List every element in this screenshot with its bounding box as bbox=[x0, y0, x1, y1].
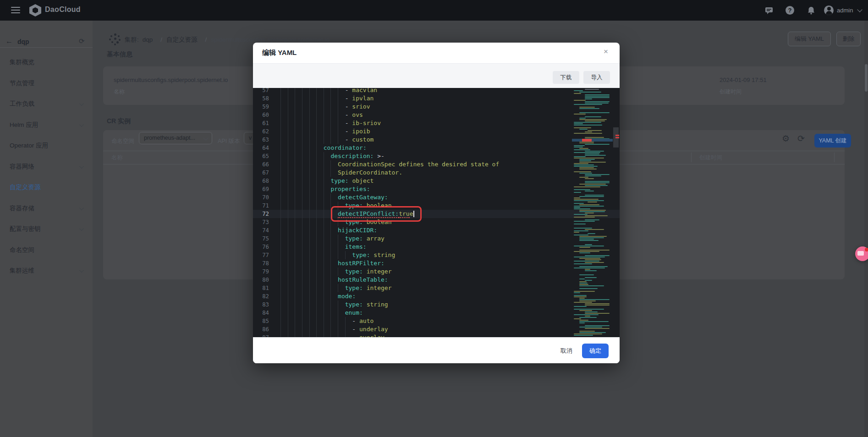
breadcrumb-segment[interactable]: dqp bbox=[143, 36, 153, 43]
notifications-bell-icon[interactable] bbox=[807, 6, 816, 15]
yaml-create-button[interactable]: YAML 创建 bbox=[814, 134, 851, 147]
screen: DaoCloud ? admin ← dqp ⟳ 集群概览节点管理工作负载Hel… bbox=[0, 0, 868, 437]
top-navbar: DaoCloud ? admin bbox=[0, 0, 868, 21]
editor-minimap[interactable] bbox=[572, 88, 613, 337]
sidebar-item-3[interactable]: Helm 应用 bbox=[0, 115, 93, 136]
code-line-73: 73type: boolean bbox=[253, 218, 620, 226]
hamburger-menu-icon[interactable] bbox=[11, 7, 20, 14]
chevron-down-icon bbox=[79, 205, 84, 210]
user-menu-chevron-down-icon[interactable] bbox=[857, 7, 862, 12]
breadcrumb-segment[interactable]: 自定义资源 bbox=[166, 36, 198, 43]
cluster-sidebar: ← dqp ⟳ 集群概览节点管理工作负载Helm 应用Operator 应用容器… bbox=[0, 21, 93, 437]
code-line-59: 59- sriov bbox=[253, 103, 620, 111]
modal-toolbar: 下载 导入 bbox=[253, 63, 620, 88]
chevron-down-icon bbox=[79, 164, 84, 168]
namespace-label: 命名空间 bbox=[111, 137, 134, 145]
edit-yaml-modal: 编辑 YAML × 下载 导入 57- macvlan58- ipvlan59-… bbox=[253, 43, 620, 363]
breadcrumb-segment[interactable]: 集群: bbox=[125, 36, 139, 43]
sidebar-item-4[interactable]: Operator 应用 bbox=[0, 135, 93, 156]
code-line-67: 67SpiderCoordinator. bbox=[253, 169, 620, 177]
settings-gear-icon[interactable]: ⚙ bbox=[782, 134, 790, 143]
code-line-72: 72detectIPConflict:true bbox=[253, 210, 620, 218]
code-line-82: 82mode: bbox=[253, 292, 620, 300]
edit-yaml-button[interactable]: 编辑 YAML bbox=[788, 32, 831, 46]
code-line-57: 57- macvlan bbox=[253, 88, 620, 94]
namespace-select[interactable]: prometheus-adapt... bbox=[139, 132, 212, 144]
code-line-66: 66CoordinationSpec defines the desired s… bbox=[253, 160, 620, 169]
resource-name-value: spidermultusconfigs.spiderpool.spidernet… bbox=[114, 76, 228, 83]
sidebar-item-2[interactable]: 工作负载 bbox=[0, 93, 93, 115]
chevron-down-icon bbox=[203, 135, 208, 140]
message-icon[interactable] bbox=[764, 6, 774, 15]
code-line-65: 65description: >- bbox=[253, 152, 620, 160]
cancel-button[interactable]: 取消 bbox=[557, 345, 576, 357]
username[interactable]: admin bbox=[837, 7, 853, 14]
code-line-63: 63- custom bbox=[253, 136, 620, 144]
breadcrumb-segment[interactable]: spidermultusconfigs.spiderpool.spidernet… bbox=[211, 36, 330, 43]
column-header-name: 名称 bbox=[111, 154, 123, 162]
brand-name: DaoCloud bbox=[45, 5, 81, 14]
code-line-61: 61- ib-sriov bbox=[253, 119, 620, 127]
chevron-down-icon bbox=[79, 101, 84, 106]
refresh-icon[interactable]: ⟳ bbox=[797, 134, 805, 143]
code-lines: 57- macvlan58- ipvlan59- sriov60- ovs61-… bbox=[253, 88, 620, 337]
import-button[interactable]: 导入 bbox=[583, 71, 610, 84]
ok-button[interactable]: 确定 bbox=[582, 344, 609, 358]
user-avatar[interactable] bbox=[824, 5, 834, 15]
created-time-value: 2024-01-09 17:51 bbox=[720, 76, 767, 83]
floating-helper-widget[interactable] bbox=[855, 246, 868, 261]
sidebar-cluster-name: dqp bbox=[17, 38, 29, 45]
code-line-76: 76items: bbox=[253, 243, 620, 251]
breadcrumb-segment: / bbox=[205, 36, 207, 43]
overview-ruler-error-mark bbox=[615, 137, 619, 138]
daocloud-logo-icon bbox=[29, 4, 41, 16]
code-line-68: 68type: object bbox=[253, 177, 620, 185]
code-line-78: 78hostRPFilter: bbox=[253, 259, 620, 268]
chevron-down-icon bbox=[79, 268, 84, 273]
api-version-label: API 版本 bbox=[218, 137, 240, 145]
code-line-85: 85- auto bbox=[253, 317, 620, 325]
sidebar-item-9[interactable]: 命名空间 bbox=[0, 240, 93, 261]
delete-button[interactable]: 删除 bbox=[836, 32, 861, 46]
code-line-69: 69properties: bbox=[253, 185, 620, 193]
column-header-created: 创建时间 bbox=[699, 154, 722, 162]
sidebar-item-6[interactable]: 自定义资源 bbox=[0, 177, 93, 198]
sidebar-item-8[interactable]: 配置与密钥 bbox=[0, 218, 93, 240]
code-line-86: 86- underlay bbox=[253, 325, 620, 333]
sidebar-refresh-icon[interactable]: ⟳ bbox=[79, 37, 85, 45]
page-scrollbar-thumb[interactable] bbox=[865, 64, 868, 92]
chevron-down-icon bbox=[79, 226, 84, 231]
code-line-64: 64coordinator: bbox=[253, 144, 620, 152]
minimap-current-line-band bbox=[572, 139, 613, 142]
code-line-62: 62- ipoib bbox=[253, 127, 620, 136]
overview-ruler-error-mark bbox=[615, 135, 619, 136]
sidebar-item-10[interactable]: 集群运维 bbox=[0, 260, 93, 281]
code-line-81: 81type: integer bbox=[253, 284, 620, 292]
sidebar-item-1[interactable]: 节点管理 bbox=[0, 73, 93, 94]
sidebar-item-7[interactable]: 容器存储 bbox=[0, 198, 93, 219]
created-time-label: 创建时间 bbox=[720, 88, 742, 96]
back-arrow-icon[interactable]: ← bbox=[5, 37, 13, 45]
basic-info-title: 基本信息 bbox=[107, 50, 132, 59]
code-line-80: 80hostRuleTable: bbox=[253, 276, 620, 284]
sidebar-menu: 集群概览节点管理工作负载Helm 应用Operator 应用容器网络自定义资源容… bbox=[0, 52, 93, 281]
code-line-60: 60- ovs bbox=[253, 111, 620, 119]
breadcrumb-segment: / bbox=[160, 36, 162, 43]
code-line-71: 71type: boolean bbox=[253, 202, 620, 210]
column-divider bbox=[691, 153, 692, 162]
sidebar-item-5[interactable]: 容器网络 bbox=[0, 156, 93, 177]
yaml-code-editor[interactable]: 57- macvlan58- ipvlan59- sriov60- ovs61-… bbox=[253, 88, 620, 337]
modal-title: 编辑 YAML bbox=[262, 49, 297, 57]
code-line-84: 84enum: bbox=[253, 309, 620, 317]
sidebar-header: ← dqp ⟳ bbox=[0, 21, 93, 48]
resource-name-label: 名称 bbox=[114, 88, 125, 96]
modal-close-icon[interactable]: × bbox=[600, 46, 611, 57]
minimap-error-marker bbox=[582, 139, 592, 142]
sidebar-item-0[interactable]: 集群概览 bbox=[0, 52, 93, 73]
help-icon[interactable]: ? bbox=[786, 6, 794, 15]
code-line-87: 87- overlay bbox=[253, 333, 620, 337]
code-line-83: 83type: string bbox=[253, 300, 620, 309]
code-line-77: 77type: string bbox=[253, 251, 620, 259]
download-button[interactable]: 下载 bbox=[553, 71, 579, 84]
chevron-down-icon bbox=[79, 122, 84, 126]
